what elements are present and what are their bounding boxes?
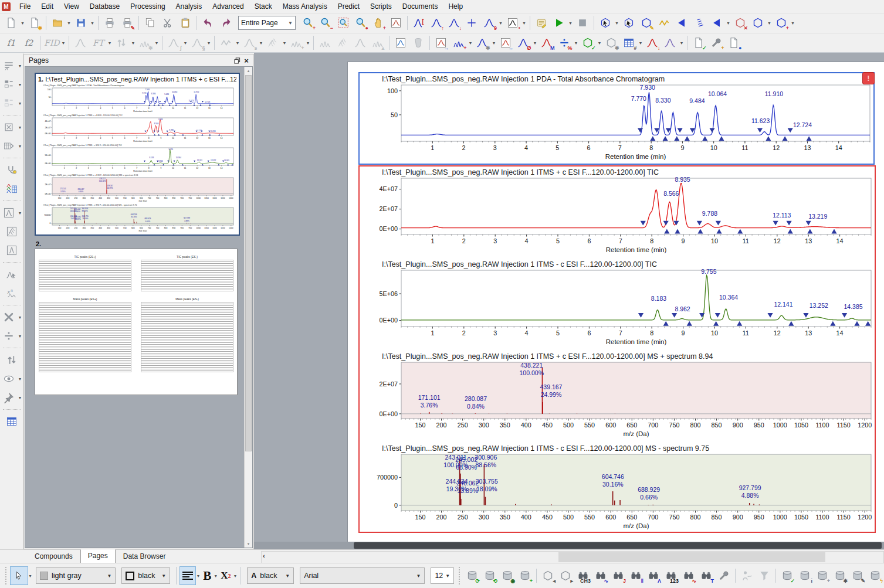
new-document-dropdown[interactable]: ▼ bbox=[20, 15, 25, 30]
bold-button[interactable]: B bbox=[201, 566, 214, 585]
search-multiplet-icon[interactable]: Λ bbox=[645, 567, 662, 584]
exclude-peak-dropdown[interactable]: ▼ bbox=[532, 35, 537, 50]
cut-icon[interactable] bbox=[160, 15, 176, 31]
copy-icon[interactable] bbox=[142, 15, 158, 31]
page-zoom-select[interactable]: Entire Page▼ bbox=[238, 16, 296, 30]
paste-icon[interactable] bbox=[177, 15, 194, 31]
smoothing-dropdown[interactable]: ▼ bbox=[258, 35, 263, 50]
db-commit-all-icon[interactable]: ⟲ bbox=[482, 567, 498, 584]
structure-template-dropdown[interactable]: ▼ bbox=[767, 15, 772, 30]
approve-result-dropdown[interactable]: ▼ bbox=[597, 35, 602, 50]
tab-data-browser[interactable]: Data Browser bbox=[116, 550, 174, 563]
chart-spectrum-3[interactable]: I:\Test_Plugin...SMS_pos_neg.RAW Injecti… bbox=[360, 352, 875, 443]
fourier-transform-button[interactable]: FT bbox=[90, 35, 106, 51]
chart-chromatogram-0[interactable]: I:\Test_Plugin...SMS_pos_neg.RAW Injecti… bbox=[360, 74, 873, 164]
float-panel-icon[interactable] bbox=[232, 56, 242, 64]
search-chromatogram-icon[interactable]: ∿ bbox=[680, 567, 697, 584]
menu-file[interactable]: File bbox=[14, 1, 36, 12]
subscript-button[interactable]: X2 bbox=[218, 566, 233, 585]
phase-correction-dropdown[interactable]: ▼ bbox=[130, 35, 136, 50]
font-family-select[interactable]: Arial▼ bbox=[300, 567, 425, 584]
integration-icon[interactable]: ∫ bbox=[165, 35, 182, 51]
peak-fill-dropdown[interactable]: ▼ bbox=[679, 35, 684, 50]
baseline-correction-dropdown[interactable]: ▼ bbox=[235, 35, 240, 50]
search-formula-icon[interactable]: CH3 bbox=[575, 567, 591, 584]
verify-tool-icon[interactable] bbox=[4, 162, 20, 178]
report-page[interactable]: I:\Test_Plugin...SMS_pos_neg.RAW Injecti… bbox=[347, 62, 884, 543]
combine-pages-icon[interactable]: ● bbox=[726, 35, 742, 51]
pin-tool-icon[interactable] bbox=[1, 389, 17, 406]
document-horizontal-scrollbar[interactable] bbox=[254, 542, 884, 549]
search-peak-icon[interactable]: ∿ bbox=[592, 567, 609, 584]
verify-document-icon[interactable]: ✓ bbox=[690, 35, 707, 51]
structure-select-dropdown[interactable]: ▼ bbox=[614, 15, 619, 30]
annotation-tools-dropdown[interactable]: ▼ bbox=[18, 58, 23, 73]
view-stacked-icon[interactable] bbox=[334, 35, 351, 51]
delete-peak-icon[interactable]: ↓ bbox=[446, 15, 462, 31]
swap-order-icon[interactable] bbox=[4, 352, 20, 368]
manual-peak-tools-icon[interactable]: 9 bbox=[481, 15, 497, 31]
trace-settings-dropdown[interactable]: ▼ bbox=[491, 35, 496, 50]
smoothing-icon[interactable]: s bbox=[241, 35, 258, 51]
scroll-thumb[interactable] bbox=[354, 542, 882, 549]
page-thumbnail-2[interactable]: TIC peaks (ES+) TIC peaks (ES-) Mass pea… bbox=[35, 249, 238, 395]
f2-button[interactable]: f2 bbox=[21, 35, 37, 51]
structure-erase-icon[interactable]: ✕ bbox=[732, 15, 748, 31]
view-summary-icon[interactable]: ▲ bbox=[370, 35, 386, 51]
menu-scripts[interactable]: Scripts bbox=[365, 1, 397, 12]
graph-setup-icon[interactable] bbox=[388, 15, 404, 31]
structure-wedge-icon[interactable] bbox=[691, 15, 707, 31]
db-new-record-icon[interactable]: + bbox=[814, 567, 831, 584]
line-color-select[interactable]: black▼ bbox=[121, 567, 170, 584]
stop-icon[interactable] bbox=[574, 15, 591, 31]
object-distribute-dropdown[interactable]: ▼ bbox=[18, 96, 23, 111]
delete-tool-icon[interactable] bbox=[1, 309, 17, 325]
report-table-icon[interactable] bbox=[392, 35, 409, 51]
chart-plot[interactable]: 1234567891011121314Retention time (min)5… bbox=[38, 87, 235, 112]
batch-tools-icon[interactable]: + bbox=[708, 35, 724, 51]
arithmetic-dropdown[interactable]: ▼ bbox=[305, 35, 310, 50]
multiplet-tool-icon[interactable] bbox=[4, 285, 20, 301]
chart-plot[interactable]: 1502002503003504004505005506006507007508… bbox=[38, 177, 235, 202]
new-document-icon[interactable] bbox=[3, 15, 19, 31]
subscript-dropdown[interactable]: ▼ bbox=[233, 568, 238, 583]
menu-processing[interactable]: Processing bbox=[125, 1, 170, 12]
hex-next-icon[interactable]: ▸ bbox=[557, 567, 574, 584]
scroll-down-icon[interactable]: ▼ bbox=[245, 540, 252, 548]
align-text-dropdown[interactable]: ▼ bbox=[196, 568, 200, 583]
zoom-pointer-icon[interactable]: ● bbox=[353, 15, 369, 31]
structure-edit-icon[interactable]: ✎ bbox=[638, 15, 655, 31]
db-watch-icon[interactable]: ◉ bbox=[499, 567, 516, 584]
manual-peak-tools-dropdown[interactable]: ▼ bbox=[498, 15, 503, 30]
single-plot-view-icon[interactable] bbox=[4, 242, 20, 259]
pan-icon[interactable]: + bbox=[370, 15, 387, 31]
alert-icon[interactable]: ! bbox=[862, 72, 875, 84]
menu-stack[interactable]: Stack bbox=[249, 1, 277, 12]
visibility-tool-dropdown[interactable]: ▼ bbox=[18, 371, 23, 386]
chart-plot[interactable]: 1234567891011121314Retention time (min)0… bbox=[38, 117, 235, 142]
crosshair-tool-icon[interactable] bbox=[463, 15, 480, 31]
structure-select-icon[interactable] bbox=[597, 15, 614, 31]
divide-tool-icon[interactable] bbox=[1, 328, 17, 344]
delete-tool-dropdown[interactable]: ▼ bbox=[18, 310, 23, 325]
phase-correction-icon[interactable] bbox=[113, 35, 130, 51]
visibility-tool-icon[interactable] bbox=[1, 371, 17, 387]
auto-settings-icon[interactable]: ✱ bbox=[603, 35, 619, 51]
chart-plot[interactable]: 1234567891011121314Retention time (min)0… bbox=[360, 177, 872, 253]
fill-color-select[interactable]: light gray▼ bbox=[36, 567, 116, 584]
font-color-select[interactable]: A black▼ bbox=[247, 567, 294, 584]
view-overlaid-icon[interactable] bbox=[317, 35, 333, 51]
search-number-icon[interactable]: 123 bbox=[663, 567, 679, 584]
scroll-thumb[interactable] bbox=[558, 552, 825, 562]
chart-plot[interactable]: 1234567891011121314Retention time (min)0… bbox=[360, 269, 872, 345]
f1-button[interactable]: f1 bbox=[3, 35, 19, 51]
peak-match-icon[interactable]: M bbox=[538, 35, 555, 51]
zoom-page-objects-icon[interactable] bbox=[1, 119, 17, 135]
bold-dropdown[interactable]: ▼ bbox=[214, 568, 218, 583]
exclude-peak-icon[interactable]: Ø bbox=[515, 35, 531, 51]
run-script-icon[interactable] bbox=[533, 15, 550, 31]
search-text-icon[interactable]: T bbox=[698, 567, 714, 584]
calculate-icon[interactable]: # bbox=[621, 35, 637, 51]
quantitate-dropdown[interactable]: ▼ bbox=[573, 35, 578, 50]
zoom-in-icon[interactable]: + bbox=[300, 15, 316, 31]
